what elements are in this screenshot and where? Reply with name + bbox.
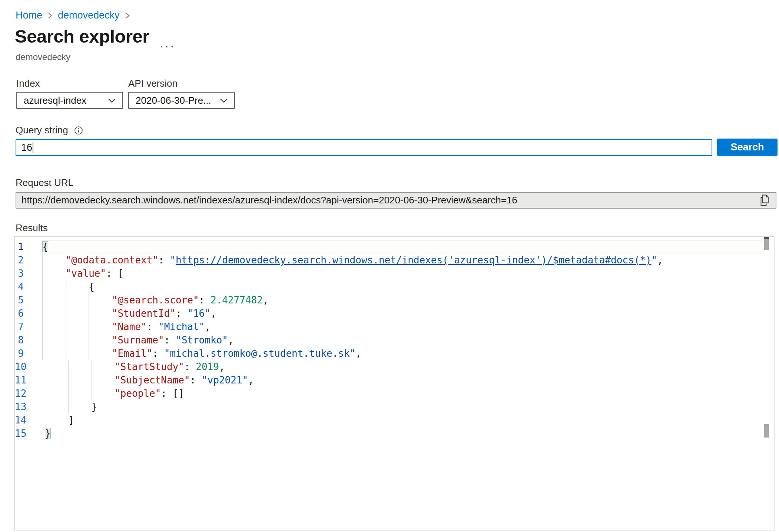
code-token: "Stromko" [176, 335, 228, 346]
copy-icon[interactable] [760, 194, 770, 206]
odata-context-link[interactable]: https://demovedecky.search.windows.net/i… [176, 255, 652, 266]
code-token: "Email" [112, 348, 153, 359]
page-subtitle: demovedecky [16, 52, 70, 62]
code-token: "Michal" [158, 321, 205, 332]
code-line: 15} [15, 427, 762, 440]
indent-guide [92, 373, 115, 387]
code-line-content: "people": [] [45, 387, 762, 400]
code-line-content: "SubjectName": "vp2021", [45, 373, 762, 387]
chevron-right-icon [47, 11, 53, 20]
indent-guide [68, 387, 92, 400]
code-token: : [] [161, 388, 184, 399]
line-number: 4 [15, 280, 42, 293]
line-number: 1 [15, 240, 42, 253]
code-line-content: "@odata.context": "https://demovedecky.s… [42, 253, 762, 267]
code-token: , [248, 375, 254, 386]
results-label: Results [16, 222, 48, 234]
code-token: "michal.stromko@.student.tuke.sk" [164, 348, 356, 359]
code-line: 9"Email": "michal.stromko@.student.tuke.… [15, 347, 762, 360]
code-line-content: "Name": "Michal", [42, 320, 762, 333]
code-line-content: { [42, 280, 762, 293]
indent-guide [45, 400, 68, 413]
code-token: , [657, 255, 663, 266]
code-line-content: "Surname": "Stromko", [42, 333, 762, 347]
indent-guide [66, 333, 89, 347]
results-editor[interactable]: 1{2"@odata.context": "https://demovedeck… [14, 236, 775, 531]
code-line-content: "@search.score": 2.4277482, [42, 293, 762, 307]
more-actions-icon[interactable]: ··· [159, 44, 175, 47]
code-token: "people" [115, 388, 161, 399]
code-line: 8"Surname": "Stromko", [15, 333, 762, 347]
code-token: : [ [106, 268, 123, 279]
code-token: : [176, 308, 187, 319]
indent-guide [68, 400, 92, 413]
info-icon[interactable] [74, 126, 83, 135]
line-number: 10 [15, 360, 45, 373]
code-token: : [184, 361, 196, 372]
code-line: 3"value": [ [15, 267, 762, 280]
indent-guide [89, 293, 112, 307]
scrollbar-track [764, 237, 764, 530]
code-line: 13} [15, 400, 762, 413]
breadcrumb-demovedecky-link[interactable]: demovedecky [58, 10, 120, 21]
line-number: 7 [15, 320, 42, 333]
code-token: "value" [66, 268, 106, 279]
code-token: 2019 [196, 361, 219, 372]
code-line-content: { [42, 240, 762, 253]
index-label: Index [16, 78, 40, 89]
code-token: "SubjectName" [115, 375, 190, 386]
code-token: , [355, 348, 361, 359]
code-token: "Surname" [112, 335, 164, 346]
request-url-label: Request URL [16, 177, 73, 189]
index-dropdown[interactable]: azuresql-index [16, 92, 123, 109]
api-version-dropdown-value: 2020-06-30-Pre... [136, 95, 211, 106]
code-token: { [42, 241, 48, 252]
indent-guide [42, 320, 66, 333]
request-url-field[interactable]: https://demovedecky.search.windows.net/i… [16, 192, 776, 209]
indent-guide [66, 293, 89, 307]
line-number: 3 [15, 267, 42, 280]
api-version-dropdown[interactable]: 2020-06-30-Pre... [128, 92, 235, 109]
indent-guide [68, 373, 92, 387]
code-token: { [89, 281, 95, 292]
indent-guide [42, 280, 66, 293]
code-token: 2.4277482 [211, 295, 263, 306]
indent-guide [89, 347, 112, 360]
code-line: 7"Name": "Michal", [15, 320, 762, 333]
scrollbar-thumb[interactable] [764, 239, 769, 250]
code-line: 12"people": [] [15, 387, 762, 400]
code-line: 5"@search.score": 2.4277482, [15, 293, 762, 307]
code-line-content: "StudentId": "16", [42, 307, 762, 320]
line-number: 13 [15, 400, 45, 413]
search-button[interactable]: Search [717, 139, 778, 156]
code-token: , [205, 321, 211, 332]
line-number: 8 [15, 333, 42, 347]
code-token: } [45, 428, 51, 439]
chevron-down-icon [107, 98, 116, 103]
api-version-label: API version [128, 78, 178, 89]
indent-guide [66, 320, 89, 333]
line-number: 14 [15, 413, 45, 427]
code-token: : [152, 348, 164, 359]
text-caret [33, 142, 33, 153]
indent-guide [68, 360, 92, 373]
line-number: 15 [15, 427, 45, 440]
results-editor-lines: 1{2"@odata.context": "https://demovedeck… [15, 240, 762, 440]
code-line: 11"SubjectName": "vp2021", [15, 373, 762, 387]
index-dropdown-value: azuresql-index [24, 95, 86, 106]
code-token: : [190, 375, 202, 386]
code-token: "@search.score" [112, 295, 199, 306]
code-line: 10"StartStudy": 2019, [15, 360, 762, 373]
indent-guide [92, 360, 115, 373]
chevron-right-icon [125, 11, 130, 20]
line-number: 6 [15, 307, 42, 320]
chevron-down-icon [219, 98, 228, 103]
query-string-input[interactable]: 16 [16, 139, 712, 156]
breadcrumb-home-link[interactable]: Home [16, 10, 42, 21]
breadcrumb: Home demovedecky [16, 10, 130, 21]
line-number: 2 [15, 253, 42, 267]
line-number: 11 [15, 373, 45, 387]
query-string-label: Query string [16, 124, 68, 136]
code-token: "StudentId" [112, 308, 176, 319]
code-line-content: "StartStudy": 2019, [45, 360, 762, 373]
